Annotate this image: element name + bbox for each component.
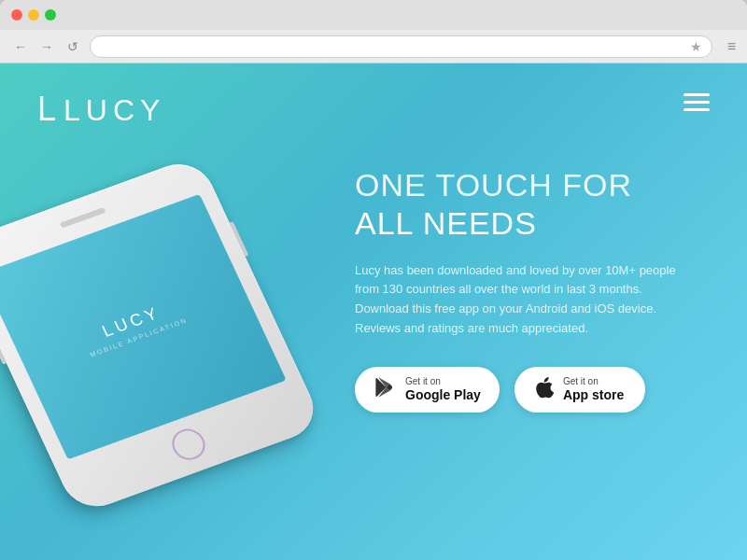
refresh-button[interactable]: ↺ bbox=[63, 37, 82, 56]
forward-button[interactable]: → bbox=[37, 37, 56, 56]
website-content: LLUCY LUCY MOBILE APPLICATION bbox=[0, 63, 747, 560]
browser-menu-icon[interactable]: ≡ bbox=[727, 38, 736, 55]
phone-screen: LUCY MOBILE APPLICATION bbox=[0, 194, 287, 460]
back-button[interactable]: ← bbox=[11, 37, 30, 56]
hero-description: Lucy has been downloaded and loved by ov… bbox=[355, 261, 691, 339]
android-icon bbox=[374, 376, 396, 402]
maximize-button[interactable] bbox=[45, 9, 56, 21]
phone-body: LUCY MOBILE APPLICATION bbox=[0, 155, 324, 515]
site-logo: LLUCY bbox=[37, 90, 165, 129]
google-play-button[interactable]: Get it on Google Play bbox=[355, 367, 500, 413]
hamburger-menu[interactable] bbox=[684, 93, 710, 111]
hamburger-line-1 bbox=[684, 93, 710, 96]
apple-icon bbox=[533, 376, 554, 402]
hamburger-line-3 bbox=[684, 108, 710, 111]
store-buttons: Get it on Google Play Get it on App bbox=[355, 367, 710, 413]
browser-chrome: ← → ↺ ★ ≡ bbox=[0, 0, 747, 63]
address-bar[interactable]: ★ bbox=[90, 35, 712, 58]
app-store-text: Get it on App store bbox=[563, 376, 624, 403]
phone-side-button bbox=[230, 221, 249, 257]
logo-letter-l: L bbox=[37, 90, 63, 128]
phone-home-button bbox=[167, 425, 210, 464]
app-store-label: Get it on bbox=[563, 376, 624, 387]
phone-speaker bbox=[60, 207, 106, 229]
close-button[interactable] bbox=[11, 9, 22, 21]
google-play-text: Get it on Google Play bbox=[405, 376, 481, 403]
hero-headline: ONE TOUCH FOR ALL NEEDS bbox=[355, 166, 710, 243]
phone-mockup: LUCY MOBILE APPLICATION bbox=[0, 136, 385, 533]
hero-content: ONE TOUCH FOR ALL NEEDS Lucy has been do… bbox=[355, 166, 710, 413]
app-store-name: App store bbox=[563, 387, 624, 403]
bookmark-icon[interactable]: ★ bbox=[690, 39, 702, 54]
hamburger-line-2 bbox=[684, 101, 710, 104]
google-play-label: Get it on bbox=[405, 376, 481, 387]
app-store-button[interactable]: Get it on App store bbox=[514, 367, 645, 413]
google-play-name: Google Play bbox=[405, 387, 481, 403]
browser-titlebar bbox=[0, 0, 747, 30]
logo-text: LUCY bbox=[63, 93, 165, 127]
headline-line-1: ONE TOUCH FOR bbox=[355, 166, 710, 204]
browser-toolbar: ← → ↺ ★ ≡ bbox=[0, 30, 747, 63]
phone-container: LUCY MOBILE APPLICATION bbox=[0, 138, 336, 511]
minimize-button[interactable] bbox=[28, 9, 39, 21]
headline-line-2: ALL NEEDS bbox=[355, 204, 710, 243]
browser-window: ← → ↺ ★ ≡ LLUCY bbox=[0, 0, 747, 560]
phone-vol-button-2 bbox=[0, 343, 7, 365]
traffic-lights bbox=[11, 9, 56, 21]
